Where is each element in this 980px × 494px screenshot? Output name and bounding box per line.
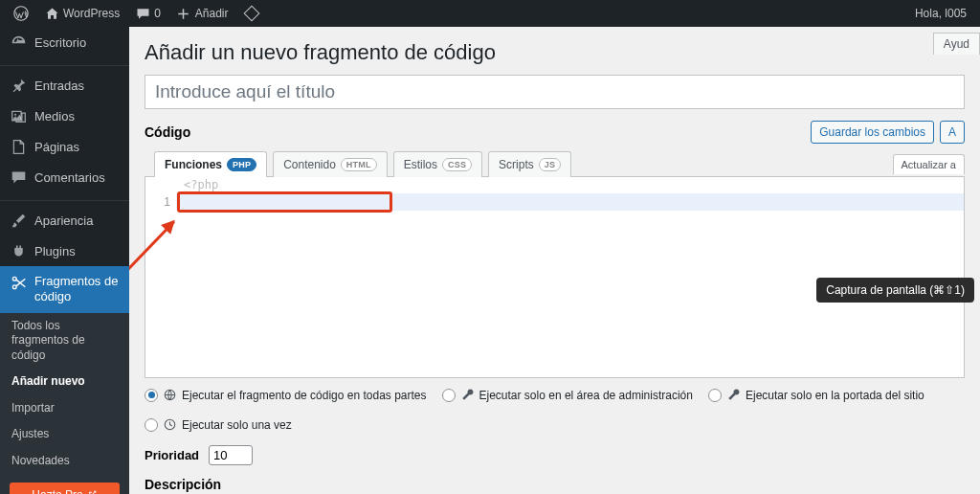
clock-icon <box>163 417 177 432</box>
radio-icon <box>442 389 456 402</box>
submenu-import[interactable]: Importar <box>0 395 129 422</box>
code-section-label: Código <box>145 124 190 140</box>
add-new-label: Añadir <box>195 7 229 20</box>
secondary-button[interactable]: A <box>940 121 965 144</box>
exec-admin[interactable]: Ejecutar solo en el área de administraci… <box>442 388 693 402</box>
media-icon <box>10 107 27 124</box>
line-gutter: 1 <box>145 177 176 377</box>
exec-once[interactable]: Ejecutar solo una vez <box>145 417 292 432</box>
radio-icon <box>708 389 722 402</box>
comments-count: 0 <box>154 7 161 20</box>
description-label: Descripción <box>145 477 965 492</box>
plus-icon <box>176 6 191 21</box>
menu-separator <box>0 196 129 201</box>
menu-snippets[interactable]: Fragmentos de código <box>0 266 129 313</box>
editor-tabs: FuncionesPHP ContenidoHTML EstilosCSS Sc… <box>145 151 965 177</box>
plug-icon <box>10 242 27 259</box>
php-badge: PHP <box>227 158 256 171</box>
site-home-link[interactable]: WordPress <box>38 0 125 27</box>
wordpress-icon <box>13 6 29 21</box>
menu-media[interactable]: Medios <box>0 101 129 131</box>
greeting: Hola, l005 <box>915 7 967 20</box>
comments-link[interactable]: 0 <box>129 0 167 27</box>
priority-label: Prioridad <box>145 448 199 462</box>
submenu-snippets: Todos los fragmentos de código Añadir nu… <box>0 313 129 495</box>
help-tab[interactable]: Ayud <box>933 33 980 55</box>
home-icon <box>44 6 59 21</box>
diamond-icon <box>244 6 259 21</box>
comment-icon <box>135 6 150 21</box>
my-account[interactable]: Hola, l005 <box>909 0 972 27</box>
wrench-icon <box>460 388 475 402</box>
main-content: Ayud Añadir un nuevo fragmento de código… <box>129 27 980 494</box>
annotation-highlight-box <box>177 191 392 213</box>
globe-icon <box>163 388 177 402</box>
radio-icon <box>145 418 158 432</box>
tab-styles[interactable]: EstilosCSS <box>393 151 482 177</box>
svg-point-2 <box>12 277 16 281</box>
menu-plugins[interactable]: Plugins <box>0 236 129 266</box>
js-badge: JS <box>539 158 561 171</box>
page-title: Añadir un nuevo fragmento de código <box>145 27 965 75</box>
dashboard-icon <box>10 34 27 51</box>
wp-logo[interactable] <box>8 0 34 27</box>
menu-posts[interactable]: Entradas <box>0 70 129 101</box>
menu-separator <box>0 61 129 66</box>
execution-scope-row: Ejecutar el fragmento de código en todas… <box>145 378 965 441</box>
tab-scripts[interactable]: ScriptsJS <box>488 151 571 177</box>
priority-input[interactable] <box>209 445 253 465</box>
screenshot-tooltip: Captura de pantalla (⌘⇧1) <box>816 278 974 303</box>
save-button[interactable]: Guardar los cambios <box>811 121 934 144</box>
menu-dashboard[interactable]: Escritorio <box>0 27 129 57</box>
submenu-all[interactable]: Todos los fragmentos de código <box>0 313 129 370</box>
wrench-icon <box>726 388 741 402</box>
go-pro-button[interactable]: Hazte Pro <box>10 483 120 494</box>
site-name: WordPress <box>63 7 120 20</box>
tab-functions[interactable]: FuncionesPHP <box>154 151 267 177</box>
tab-content[interactable]: ContenidoHTML <box>273 151 388 177</box>
radio-icon <box>145 389 158 402</box>
upgrade-button[interactable]: Actualizar a <box>893 154 965 174</box>
menu-comments[interactable]: Comentarios <box>0 162 129 192</box>
snippet-title-input[interactable] <box>145 75 965 109</box>
comments-icon <box>10 168 27 186</box>
submenu-add-new[interactable]: Añadir nuevo <box>0 369 129 395</box>
exec-everywhere[interactable]: Ejecutar el fragmento de código en todas… <box>145 388 427 402</box>
page-icon <box>10 138 27 155</box>
admin-toolbar: WordPress 0 Añadir Hola, l005 <box>0 0 980 27</box>
svg-point-3 <box>12 284 16 288</box>
exec-frontend[interactable]: Ejecutar solo en la portada del sitio <box>708 388 924 402</box>
scissors-icon <box>10 274 27 291</box>
submenu-settings[interactable]: Ajustes <box>0 421 129 448</box>
external-icon <box>87 489 98 494</box>
svg-point-1 <box>14 113 16 115</box>
menu-appearance[interactable]: Apariencia <box>0 205 129 236</box>
pin-icon <box>10 77 27 94</box>
html-badge: HTML <box>341 158 377 171</box>
snippets-shortcut[interactable] <box>238 0 265 27</box>
menu-pages[interactable]: Páginas <box>0 131 129 162</box>
admin-sidebar: Escritorio Entradas Medios Páginas Comen… <box>0 27 129 494</box>
css-badge: CSS <box>442 158 472 171</box>
submenu-news[interactable]: Novedades <box>0 448 129 475</box>
brush-icon <box>10 212 27 229</box>
add-new-link[interactable]: Añadir <box>170 0 234 27</box>
